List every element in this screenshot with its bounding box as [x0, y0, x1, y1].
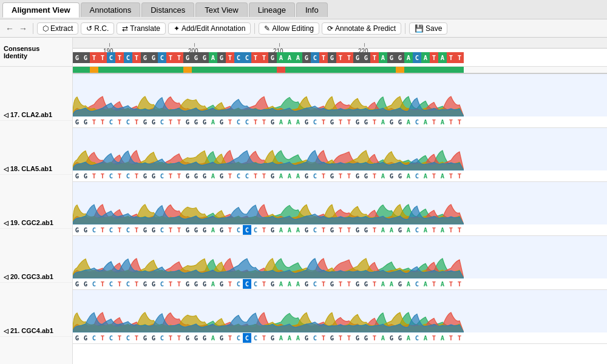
identity-segment [319, 67, 328, 74]
sequence-base: T [175, 225, 183, 235]
sequence-base: A [209, 171, 217, 181]
rc-button[interactable]: ↺ R.C. [81, 22, 114, 35]
identity-segment [115, 67, 124, 74]
consensus-base: C [158, 52, 166, 63]
label-bases-21[interactable]: ◁ 21. CGC4.ab1 [0, 325, 72, 336]
seq-section-17: GGTTCTCTGGCTTGGGAGTCCTTGAAAGCTGTTGGTAGGA… [73, 74, 607, 128]
sequence-base: G [396, 171, 404, 181]
consensus-base: G [141, 52, 149, 63]
sequence-base: G [141, 333, 149, 343]
identity-segment [132, 67, 141, 74]
sequence-base: T [447, 225, 455, 235]
sequence-base: G [141, 117, 149, 127]
seq-icon-21: ◁ [4, 328, 8, 334]
translate-button[interactable]: ⇄ Translate [117, 22, 166, 35]
tab-alignment-view[interactable]: Alignment View [2, 2, 80, 18]
label-bases-17[interactable]: ◁ 17. CLA2.ab1 [0, 109, 72, 120]
allow-editing-button[interactable]: ✎ Allow Editing [259, 22, 319, 35]
sequence-base: G [217, 171, 226, 181]
identity-segment [175, 67, 183, 74]
consensus-base: G [149, 52, 158, 63]
identity-segment [260, 67, 268, 74]
consensus-base: A [379, 52, 387, 63]
sequence-base: C [107, 333, 115, 343]
sequence-base: G [268, 225, 277, 235]
sequence-base: G [396, 333, 404, 343]
sequence-base: T [166, 333, 175, 343]
seq-section-19: GGCTCTCTGGCTTGGGAGTCCCTGAAAGCTGTTGGTAAGA… [73, 182, 607, 236]
sequence-base: G [387, 171, 396, 181]
sequence-base: A [438, 117, 447, 127]
sequence-base: T [447, 171, 455, 181]
sequence-base: A [285, 333, 294, 343]
toolbar: ← → ⬡ Extract ↺ R.C. ⇄ Translate ✦ Add/E… [0, 19, 607, 38]
label-bases-20[interactable]: ◁ 20. CGC3.ab1 [0, 271, 72, 282]
tab-info[interactable]: Info [296, 2, 328, 17]
sequence-base: C [107, 171, 115, 181]
sequence-base: C [124, 117, 132, 127]
tab-distances[interactable]: Distances [141, 2, 194, 17]
sequence-base: T [336, 333, 345, 343]
sequence-base: T [319, 333, 328, 343]
sequence-base: T [251, 117, 260, 127]
sequence-base: C [311, 279, 319, 289]
label-bases-18[interactable]: ◁ 18. CLA5.ab1 [0, 163, 72, 174]
seq-section-20: GGCTCTCTGGCTTGGGAGTCCCTGAAAGCTGTTGGTAAGA… [73, 236, 607, 290]
sequence-base: G [192, 225, 200, 235]
forward-button[interactable]: → [17, 24, 29, 33]
chromatogram-svg [73, 290, 464, 332]
sequence-base: G [396, 279, 404, 289]
sequence-base: T [226, 225, 234, 235]
sequence-base: T [430, 171, 438, 181]
sequence-base: A [438, 225, 447, 235]
identity-segment [200, 67, 209, 74]
bases-row-20: GGCTCTCTGGCTTGGGAGTCCCTGAAAGCTGTTGGTAAGA… [73, 278, 607, 289]
seq-section-18: GGTTCTCTGGCTTGGGAGTCCTTGAAAGCTGTTGGTAGGA… [73, 128, 607, 182]
magic-icon: ⟳ [327, 24, 333, 33]
sequence-base: C [234, 279, 243, 289]
consensus-base: G [353, 52, 362, 63]
identity-segment [141, 67, 149, 74]
sequence-base: C [311, 225, 319, 235]
consensus-base: A [285, 52, 294, 63]
tab-lineage[interactable]: Lineage [249, 2, 295, 17]
consensus-base: G [73, 52, 81, 63]
sequence-base: G [217, 279, 226, 289]
bases-row-21: GGCTCTCTGGCTTGGGAGTCCCTGAAAGCTGTTGGTAGGA… [73, 332, 607, 343]
annotate-predict-button[interactable]: ⟳ Annotate & Predict [322, 22, 401, 35]
bases-row-18: GGTTCTCTGGCTTGGGAGTCCTTGAAAGCTGTTGGTAGGA… [73, 170, 607, 181]
sequence-base: G [217, 225, 226, 235]
seq-icon-18: ◁ [4, 166, 8, 172]
sequence-base: G [192, 333, 200, 343]
identity-segment [396, 67, 404, 74]
consensus-base: G [328, 52, 336, 63]
sequence-base: G [81, 225, 90, 235]
back-button[interactable]: ← [4, 24, 16, 33]
sequence-base: C [413, 333, 421, 343]
sequence-area[interactable]: 190200210220 GGTTCTCTGGCTTGGGAGTCCTTGAAA… [73, 38, 607, 364]
sequence-base: A [438, 333, 447, 343]
save-button[interactable]: 💾 Save [409, 22, 447, 35]
consensus-row: GGTTCTCTGGCTTGGGAGTCCTTGAAAGCTGTTGGTAGGA… [73, 49, 607, 67]
sequence-base: T [345, 117, 353, 127]
consensus-base: C [234, 52, 243, 63]
identity-segment [311, 67, 319, 74]
label-entry-17: ◁ 17. CLA2.ab1 [0, 67, 72, 121]
consensus-base: A [294, 52, 302, 63]
sequence-base: G [73, 117, 81, 127]
sequence-base: A [379, 117, 387, 127]
add-annotation-button[interactable]: ✦ Add/Edit Annotation [168, 22, 251, 35]
sequence-base: A [285, 171, 294, 181]
consensus-base: G [268, 52, 277, 63]
sequence-base: G [81, 171, 90, 181]
sequence-base: G [73, 225, 81, 235]
extract-button[interactable]: ⬡ Extract [37, 22, 78, 35]
sequence-base: G [200, 279, 209, 289]
tab-text-view[interactable]: Text View [195, 2, 247, 17]
consensus-base: G [396, 52, 404, 63]
sequence-base: T [430, 225, 438, 235]
label-bases-19[interactable]: ◁ 19. CGC2.ab1 [0, 217, 72, 228]
sequence-base: A [285, 279, 294, 289]
tab-annotations[interactable]: Annotations [81, 2, 141, 17]
identity-segment [183, 67, 192, 74]
